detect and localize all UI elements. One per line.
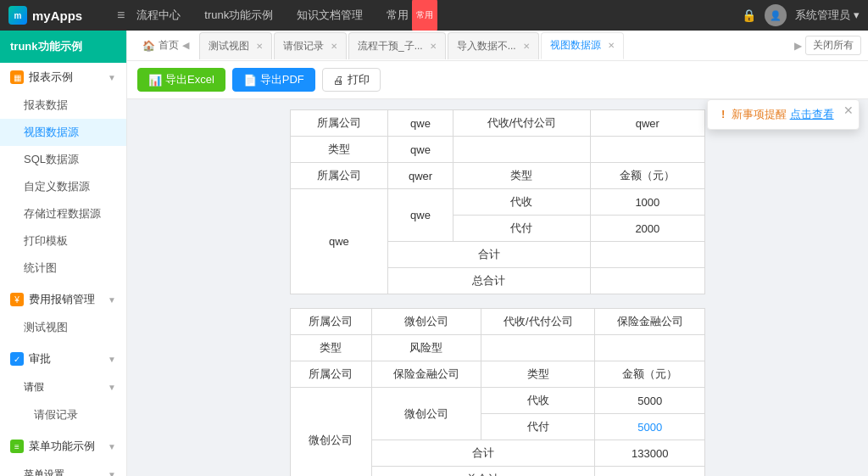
cell: 代付	[481, 414, 595, 440]
cell: 133000	[595, 467, 705, 477]
sidebar-item-menu-setting[interactable]: 菜单设置 ▼	[0, 461, 126, 476]
cell: 风险型	[371, 335, 481, 361]
app-logo[interactable]: m myApps	[8, 6, 110, 25]
chevron-icon: ▼	[108, 442, 116, 451]
content-scroll[interactable]: ✕ ! 新事项提醒 点击查看 所属公司 qwe 代收/代付公司 qwer	[127, 99, 868, 476]
tab-close-icon[interactable]: ✕	[608, 41, 615, 50]
cell: 微创公司	[371, 309, 481, 335]
tab-import-data[interactable]: 导入数据不... ✕	[448, 32, 539, 59]
table-row: qwe qwe 代收 1000	[291, 189, 705, 216]
tab-close-icon[interactable]: ✕	[430, 42, 437, 51]
cell: 1000	[590, 189, 704, 216]
export-excel-button[interactable]: 📊 导出Excel	[137, 68, 225, 92]
cell: 微创公司	[371, 388, 481, 440]
cell: 合计	[387, 242, 590, 268]
app-name: myApps	[32, 8, 82, 23]
cell: 所属公司	[291, 163, 388, 189]
tab-close-icon[interactable]: ✕	[331, 42, 337, 51]
tab-home[interactable]: 🏠 首页 ◀	[134, 32, 198, 59]
cell: 所属公司	[291, 361, 372, 388]
table-row: 所属公司 微创公司 代收/代付公司 保险金融公司	[291, 309, 705, 335]
export-pdf-button[interactable]: 📄 导出PDF	[232, 68, 315, 92]
common-badge: 常用	[412, 0, 437, 31]
chevron-menu-icon: ▼	[108, 470, 116, 476]
tabs-right: ▶ 关闭所有	[794, 36, 868, 55]
cell: 金额（元）	[590, 163, 704, 189]
hamburger-icon[interactable]: ≡	[117, 8, 125, 23]
tab-close-icon[interactable]: ✕	[256, 42, 263, 51]
tab-leave-record[interactable]: 请假记录 ✕	[274, 32, 347, 59]
tab-view-datasource[interactable]: 视图数据源 ✕	[541, 32, 624, 59]
cell: 代收/代付公司	[453, 110, 590, 137]
excel-icon: 📊	[148, 74, 162, 87]
cell: qwer	[590, 110, 704, 137]
cell: qwe	[387, 189, 453, 242]
cell: qwer	[387, 163, 453, 189]
sidebar-group-reports-header[interactable]: ▦ 报表示例 ▼	[0, 63, 126, 92]
reports-icon: ▦	[10, 70, 24, 84]
menu-icon: ≡	[10, 440, 24, 453]
sidebar-item-chart[interactable]: 统计图	[0, 255, 126, 282]
nav-item-docs[interactable]: 知识文档管理	[285, 0, 375, 31]
sidebar-group-menu-header[interactable]: ≡ 菜单功能示例 ▼	[0, 432, 126, 461]
tab-test-view[interactable]: 测试视图 ✕	[199, 32, 272, 59]
cell	[595, 335, 705, 361]
logo-icon: m	[8, 6, 27, 25]
cell: 金额（元）	[595, 361, 705, 388]
table-row: 所属公司 qwe 代收/代付公司 qwer	[291, 110, 705, 137]
notification-link[interactable]: 点击查看	[790, 108, 834, 120]
sidebar-item-custom-datasource[interactable]: 自定义数据源	[0, 173, 126, 200]
cell: 代收/代付公司	[481, 309, 595, 335]
expense-icon: ¥	[10, 293, 24, 306]
sidebar: trunk功能示例 ▦ 报表示例 ▼ 报表数据 视图数据源 SQL数据源 自定义…	[0, 31, 127, 476]
nav-item-common[interactable]: 常用 常用	[375, 0, 449, 31]
notification-close-icon[interactable]: ✕	[843, 104, 854, 117]
cell: qwe	[387, 110, 453, 137]
sidebar-item-print-template[interactable]: 打印模板	[0, 227, 126, 255]
notification-popup: ✕ ! 新事项提醒 点击查看	[707, 99, 860, 130]
content-area: 🏠 首页 ◀ 测试视图 ✕ 请假记录 ✕ 流程干预_子... ✕ 导入数据不..…	[127, 31, 868, 476]
print-button[interactable]: 🖨 打印	[322, 68, 381, 92]
sidebar-item-test-view[interactable]: 测试视图	[0, 314, 126, 341]
sidebar-item-view-datasource[interactable]: 视图数据源	[0, 119, 126, 146]
sidebar-item-leave-record[interactable]: 请假记录	[0, 401, 126, 428]
nav-item-workflow[interactable]: 流程中心	[125, 0, 192, 31]
sidebar-group-approval-header[interactable]: ✓ 审批 ▼	[0, 344, 126, 373]
sidebar-item-proc-datasource[interactable]: 存储过程数据源	[0, 200, 126, 227]
table-row: 所属公司 qwer 类型 金额（元）	[291, 163, 705, 189]
table-row: 微创公司 微创公司 代收 5000	[291, 388, 705, 414]
tab-nav-more[interactable]: ▶	[794, 40, 802, 52]
sidebar-group-approval: ✓ 审批 ▼ 请假 ▼ 请假记录	[0, 344, 126, 428]
chevron-icon: ▼	[108, 355, 116, 364]
cell: 所属公司	[291, 309, 372, 335]
nav-item-trunk[interactable]: trunk功能示例	[192, 0, 285, 31]
cell: 类型	[481, 361, 595, 388]
table-row: 所属公司 保险金融公司 类型 金额（元）	[291, 361, 705, 388]
data-table-1: 所属公司 qwe 代收/代付公司 qwer 类型 qwe 所属公司 qwer	[290, 109, 705, 294]
sidebar-group-menu: ≡ 菜单功能示例 ▼ 菜单设置 ▼ 菜单多语言显示	[0, 432, 126, 476]
cell: 代付	[453, 216, 590, 242]
tab-nav-prev[interactable]: ◀	[182, 40, 189, 51]
home-icon: 🏠	[142, 40, 155, 52]
cell: 保险金融公司	[595, 309, 705, 335]
sidebar-title: trunk功能示例	[0, 31, 126, 63]
data-table-2: 所属公司 微创公司 代收/代付公司 保险金融公司 类型 风险型 所属公司 保险金…	[290, 308, 705, 476]
cell	[590, 137, 704, 163]
sidebar-item-sql-datasource[interactable]: SQL数据源	[0, 146, 126, 173]
user-name[interactable]: 系统管理员 ▾	[795, 8, 860, 23]
lock-icon[interactable]: 🔒	[742, 8, 756, 22]
main-layout: trunk功能示例 ▦ 报表示例 ▼ 报表数据 视图数据源 SQL数据源 自定义…	[0, 31, 868, 476]
close-all-button[interactable]: 关闭所有	[805, 36, 861, 55]
cell: 总合计	[387, 268, 590, 294]
tab-close-icon[interactable]: ✕	[523, 42, 530, 51]
approval-icon: ✓	[10, 352, 24, 366]
tab-flow-intervene[interactable]: 流程干预_子... ✕	[348, 32, 446, 59]
sidebar-group-expense-header[interactable]: ¥ 费用报销管理 ▼	[0, 285, 126, 314]
chevron-leave-icon: ▼	[108, 383, 116, 392]
sidebar-item-leave[interactable]: 请假 ▼	[0, 373, 126, 401]
cell: 微创公司	[291, 388, 372, 477]
sidebar-item-report-data[interactable]: 报表数据	[0, 92, 126, 119]
notification-icon: !	[721, 108, 725, 120]
top-navbar: m myApps ≡ 流程中心 trunk功能示例 知识文档管理 常用 常用 🔒…	[0, 0, 868, 31]
chevron-icon: ▼	[108, 73, 116, 82]
